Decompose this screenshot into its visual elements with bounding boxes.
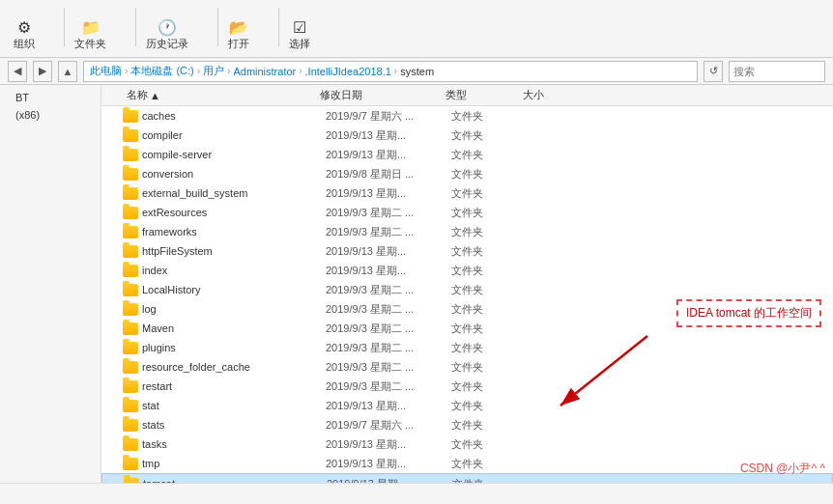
organize-button[interactable]: ⚙ 组织	[10, 15, 39, 53]
up-button[interactable]: ▲	[58, 61, 77, 82]
toolbar-section-select: ☑ 选择	[285, 15, 314, 53]
folder-icon	[121, 281, 140, 298]
folder-icon	[121, 416, 140, 434]
file-type: 文件夹	[451, 225, 529, 239]
file-row[interactable]: resource_folder_cache2019/9/3 星期二 ...文件夹	[101, 357, 833, 377]
file-date: 2019/9/3 星期二 ...	[326, 322, 451, 336]
folder-icon	[121, 378, 140, 395]
file-date: 2019/9/13 星期...	[326, 186, 451, 201]
sidebar-item-bt[interactable]: BT	[0, 89, 101, 106]
file-name: tomcat	[143, 478, 327, 483]
file-type: 文件夹	[451, 283, 529, 297]
new-folder-button[interactable]: 📁 文件夹	[71, 15, 110, 53]
breadcrumb-drive[interactable]: 本地磁盘 (C:)	[130, 64, 193, 78]
folder-icon	[121, 320, 140, 337]
file-name: extResources	[142, 207, 326, 218]
folder-icon	[121, 397, 140, 414]
column-headers: 名称 ▲ 修改日期 类型 大小	[101, 85, 833, 106]
file-date: 2019/9/13 星期...	[326, 148, 451, 162]
file-type: 文件夹	[451, 244, 529, 259]
file-type: 文件夹	[451, 206, 529, 220]
file-type: 文件夹	[452, 477, 530, 484]
file-row[interactable]: caches2019/9/7 星期六 ...文件夹	[101, 106, 833, 126]
file-row[interactable]: compiler2019/9/13 星期...文件夹	[101, 126, 833, 145]
folder-icon	[122, 475, 141, 483]
col-header-type[interactable]: 类型	[440, 88, 517, 102]
search-input[interactable]	[729, 61, 825, 82]
folder-icon	[121, 184, 140, 202]
file-date: 2019/9/3 星期二 ...	[326, 360, 451, 375]
file-date: 2019/9/13 星期...	[327, 477, 452, 484]
file-name: stat	[142, 400, 326, 411]
history-button[interactable]: 🕐 历史记录	[142, 15, 192, 53]
file-name: caches	[142, 110, 326, 122]
file-type: 文件夹	[451, 167, 529, 182]
file-type: 文件夹	[451, 360, 529, 375]
refresh-button[interactable]: ↺	[704, 61, 723, 82]
folder-icon	[121, 204, 140, 221]
folder-icon	[121, 146, 140, 163]
file-name: tasks	[142, 438, 326, 450]
file-row[interactable]: plugins2019/9/3 星期二 ...文件夹	[101, 338, 833, 357]
folder-icon	[121, 165, 140, 182]
select-button[interactable]: ☑ 选择	[285, 15, 314, 53]
file-row[interactable]: LocalHistory2019/9/3 星期二 ...文件夹	[101, 280, 833, 299]
file-row[interactable]: tasks2019/9/13 星期...文件夹	[101, 434, 833, 454]
back-button[interactable]: ◀	[8, 61, 27, 82]
file-date: 2019/9/13 星期...	[326, 437, 451, 452]
file-date: 2019/9/13 星期...	[326, 264, 451, 278]
breadcrumb-pc[interactable]: 此电脑	[90, 64, 122, 78]
open-label: 打开	[228, 37, 249, 51]
file-row[interactable]: frameworks2019/9/3 星期二 ...文件夹	[101, 222, 833, 241]
breadcrumb-users[interactable]: 用户	[203, 64, 224, 78]
sidebar-item-x86[interactable]: (x86)	[0, 106, 101, 124]
file-type: 文件夹	[451, 379, 529, 394]
file-type: 文件夹	[451, 457, 529, 471]
col-header-size[interactable]: 大小	[517, 88, 575, 102]
toolbar-divider-1	[64, 8, 65, 46]
file-name: tmp	[142, 458, 326, 469]
col-header-date[interactable]: 修改日期	[314, 88, 440, 102]
file-row[interactable]: conversion2019/9/8 星期日 ...文件夹	[101, 164, 833, 183]
folder-icon	[121, 107, 140, 125]
file-type: 文件夹	[451, 264, 529, 278]
file-row[interactable]: restart2019/9/3 星期二 ...文件夹	[101, 377, 833, 396]
toolbar-section-new: 📁 文件夹	[71, 15, 110, 53]
file-name: compile-server	[142, 149, 326, 160]
file-row[interactable]: external_build_system2019/9/13 星期...文件夹	[101, 183, 833, 203]
folder-icon	[121, 223, 140, 240]
folder-icon	[121, 455, 140, 472]
file-row[interactable]: index2019/9/13 星期...文件夹	[101, 261, 833, 280]
file-row[interactable]: stat2019/9/13 星期...文件夹	[101, 396, 833, 415]
toolbar-section-history: 🕐 历史记录	[142, 15, 192, 53]
file-date: 2019/9/7 星期六 ...	[326, 109, 451, 124]
file-name: Maven	[142, 322, 326, 334]
col-header-name[interactable]: 名称 ▲	[121, 88, 314, 102]
file-name: LocalHistory	[142, 284, 326, 295]
forward-button[interactable]: ▶	[33, 61, 52, 82]
folder-icon	[121, 300, 140, 318]
breadcrumb-idea[interactable]: .IntelliJIdea2018.1	[305, 66, 391, 77]
file-date: 2019/9/8 星期日 ...	[326, 167, 451, 182]
file-name: conversion	[142, 168, 326, 180]
file-date: 2019/9/13 星期...	[326, 244, 451, 259]
open-icon: 📂	[229, 17, 248, 37]
file-date: 2019/9/7 星期六 ...	[326, 418, 451, 433]
file-type: 文件夹	[451, 322, 529, 336]
folder-icon	[121, 358, 140, 376]
status-bar	[0, 483, 833, 504]
file-row[interactable]: tmp2019/9/13 星期...文件夹	[101, 454, 833, 473]
file-row[interactable]: extResources2019/9/3 星期二 ...文件夹	[101, 203, 833, 222]
watermark: CSDN @小尹^ ^	[740, 461, 825, 477]
open-button[interactable]: 📂 打开	[224, 15, 253, 53]
breadcrumb-admin[interactable]: Administrator	[233, 66, 296, 77]
breadcrumb[interactable]: 此电脑 › 本地磁盘 (C:) › 用户 › Administrator › .…	[83, 61, 698, 82]
file-row[interactable]: tomcat2019/9/13 星期...文件夹	[101, 473, 833, 483]
file-name: index	[142, 265, 326, 276]
file-row[interactable]: httpFileSystem2019/9/13 星期...文件夹	[101, 241, 833, 261]
file-row[interactable]: compile-server2019/9/13 星期...文件夹	[101, 145, 833, 164]
folder-icon	[121, 242, 140, 260]
folder-icon	[121, 262, 140, 279]
history-icon: 🕐	[158, 17, 177, 37]
file-row[interactable]: stats2019/9/7 星期六 ...文件夹	[101, 415, 833, 434]
